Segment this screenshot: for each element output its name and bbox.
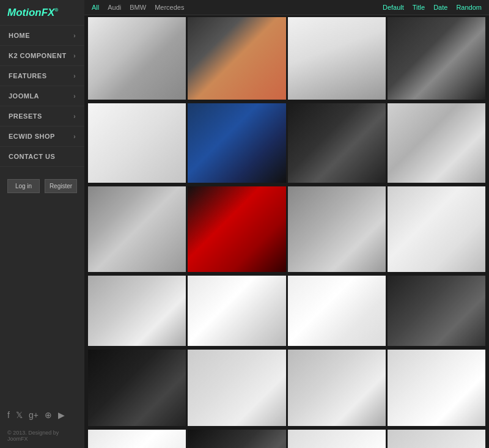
nav-contact-label: CONTACT US — [9, 153, 55, 160]
sort-options: Default Title Date Random — [383, 4, 482, 11]
footer-copyright: © 2013. Designed by JoomFX — [0, 426, 84, 448]
gallery-item[interactable] — [188, 186, 285, 272]
gallery-row-1 — [86, 17, 487, 100]
gallery-row-4 — [86, 276, 487, 346]
sidebar: MotionFX® HOME › K2 COMPONENT › FEATURES… — [0, 0, 84, 448]
gallery-item[interactable] — [88, 17, 186, 100]
gallery-item[interactable] — [188, 350, 285, 426]
gallery-item[interactable] — [388, 103, 485, 183]
nav-presets-arrow: › — [73, 113, 76, 120]
main-content: All Audi BMW Mercedes Default Title Date… — [84, 0, 489, 448]
nav-k2-label: K2 COMPONENT — [9, 52, 67, 59]
gallery-item[interactable] — [188, 17, 285, 100]
logo-reg-symbol: ® — [54, 7, 58, 13]
nav-features-arrow: › — [73, 73, 76, 79]
gallery-item[interactable] — [388, 186, 485, 272]
nav-k2-arrow: › — [73, 53, 76, 59]
logo-motion-text: Motion — [7, 7, 42, 18]
register-button[interactable]: Register — [45, 179, 77, 193]
nav-presets-label: PRESETS — [9, 112, 42, 120]
nav-ecwid-label: ECWID SHOP — [9, 133, 55, 140]
gallery-item[interactable] — [388, 276, 485, 346]
gallery-row-2 — [86, 103, 487, 183]
category-filters: All Audi BMW Mercedes — [92, 4, 184, 11]
gallery-item[interactable] — [388, 430, 485, 448]
gallery-row-3 — [86, 186, 487, 272]
gallery-item[interactable] — [288, 103, 386, 183]
gallery-item[interactable] — [288, 430, 386, 448]
gallery-item[interactable] — [88, 186, 186, 272]
sort-date[interactable]: Date — [433, 4, 447, 11]
nav-ecwid[interactable]: ECWID SHOP › — [0, 127, 84, 147]
nav-joomla[interactable]: JOOMLA › — [0, 86, 84, 106]
nav-features-label: FEATURES — [9, 72, 46, 79]
sort-random[interactable]: Random — [456, 4, 482, 11]
filter-audi[interactable]: Audi — [108, 4, 121, 11]
nav-presets[interactable]: PRESETS › — [0, 106, 84, 127]
gallery-item[interactable] — [188, 430, 285, 448]
filter-bmw[interactable]: BMW — [130, 4, 146, 11]
gallery-item[interactable] — [288, 276, 386, 346]
nav-home-arrow: › — [73, 32, 76, 39]
nav-joomla-label: JOOMLA — [9, 92, 39, 100]
gallery-item[interactable] — [188, 103, 285, 183]
google-plus-icon[interactable]: g+ — [29, 410, 39, 420]
logo: MotionFX® — [0, 0, 84, 26]
gallery-item[interactable] — [388, 350, 485, 426]
sort-title[interactable]: Title — [413, 4, 425, 11]
gallery-grid — [84, 15, 489, 448]
filter-all[interactable]: All — [92, 4, 99, 11]
nav-ecwid-arrow: › — [73, 133, 76, 140]
nav-home[interactable]: HOME › — [0, 26, 84, 46]
gallery-item[interactable] — [288, 350, 386, 426]
twitter-icon[interactable]: 𝕏 — [16, 410, 23, 420]
nav-joomla-arrow: › — [73, 93, 76, 100]
website-icon[interactable]: ⊕ — [45, 410, 52, 420]
gallery-row-5 — [86, 350, 487, 426]
gallery-item[interactable] — [88, 430, 186, 448]
nav-contact[interactable]: CONTACT US — [0, 147, 84, 167]
gallery-row-6 — [86, 430, 487, 448]
gallery-item[interactable] — [388, 17, 485, 100]
youtube-icon[interactable]: ▶ — [58, 410, 65, 420]
auth-buttons: Log in Register — [0, 172, 84, 200]
gallery-item[interactable] — [288, 186, 386, 272]
facebook-icon[interactable]: f — [7, 410, 10, 420]
gallery-item[interactable] — [188, 276, 285, 346]
gallery-item[interactable] — [288, 17, 386, 100]
gallery-item[interactable] — [88, 103, 186, 183]
nav-k2[interactable]: K2 COMPONENT › — [0, 46, 84, 66]
filter-bar: All Audi BMW Mercedes Default Title Date… — [84, 0, 489, 15]
filter-mercedes[interactable]: Mercedes — [155, 4, 184, 11]
gallery-item[interactable] — [88, 276, 186, 346]
logo-fx-text: FX — [42, 7, 55, 18]
gallery-item[interactable] — [88, 350, 186, 426]
nav-home-label: HOME — [9, 32, 30, 39]
social-icons-bar: f 𝕏 g+ ⊕ ▶ — [0, 404, 84, 426]
sort-default[interactable]: Default — [383, 4, 404, 11]
login-button[interactable]: Log in — [7, 179, 40, 193]
nav-features[interactable]: FEATURES › — [0, 66, 84, 86]
